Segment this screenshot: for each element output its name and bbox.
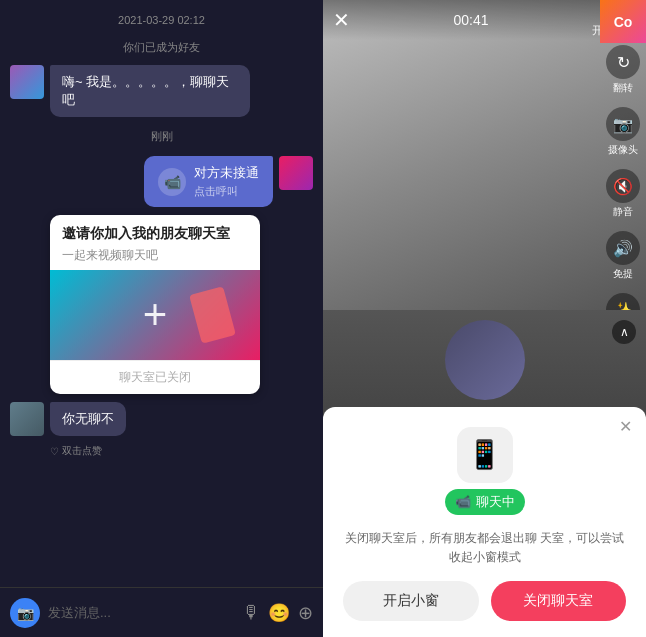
missed-call-icon: 📹 — [158, 168, 186, 196]
ctrl-rotate[interactable]: ↻ 翻转 — [606, 45, 640, 95]
modal-icon-area: 📱 📹 聊天中 — [445, 427, 525, 515]
ctrl-camera[interactable]: 📷 摄像头 — [606, 107, 640, 157]
modal-close-button[interactable]: ✕ — [619, 417, 632, 436]
missed-call-sub: 点击呼叫 — [194, 184, 259, 199]
plus-sign: + — [143, 291, 168, 339]
expand-arrow-button[interactable]: ∧ — [612, 320, 636, 344]
remote-video: ✕ 00:41 ⬡ 开起小窗 ↻ 翻转 📷 摄像头 🔇 静音 🔊 — [323, 0, 646, 310]
plus-icon[interactable]: ⊕ — [298, 602, 313, 624]
message-input-placeholder[interactable]: 发送消息... — [48, 604, 234, 622]
timer-label: 00:41 — [453, 12, 488, 28]
message-row-incoming-1: 嗨~ 我是。。。。。，聊聊天吧 — [10, 65, 313, 117]
avatar-missed — [279, 156, 313, 190]
avatar-1 — [10, 65, 44, 99]
like-hint: ♡ 双击点赞 — [50, 444, 313, 458]
beauty-icon: ✨ — [606, 293, 640, 310]
voice-icon[interactable]: 🎙 — [242, 602, 260, 623]
message-row-you: 你无聊不 — [10, 402, 313, 436]
you-bubble: 你无聊不 — [50, 402, 126, 436]
invite-card-footer: 聊天室已关闭 — [50, 360, 260, 394]
chat-input-bar: 📷 发送消息... 🎙 😊 ⊕ — [0, 587, 323, 637]
emoji-icon[interactable]: 😊 — [268, 602, 290, 624]
card-decor — [189, 287, 236, 344]
modal-description: 关闭聊天室后，所有朋友都会退出聊 天室，可以尝试收起小窗模式 — [343, 529, 626, 567]
message-row-missed-call: 📹 对方未接通 点击呼叫 — [10, 156, 313, 207]
co-badge: Co — [600, 0, 646, 43]
modal-video-badge: 📹 聊天中 — [445, 489, 525, 515]
local-video: ∧ ✕ 📱 📹 聊天中 关闭聊天室后，所有朋友都会退出聊 天室，可以尝试收起小窗… — [323, 310, 646, 637]
bubble-incoming-1: 嗨~ 我是。。。。。，聊聊天吧 — [50, 65, 250, 117]
ctrl-beauty[interactable]: ✨ 美化 — [606, 293, 640, 310]
missed-call-title: 对方未接通 — [194, 164, 259, 182]
heart-icon: ♡ — [50, 446, 59, 457]
video-background — [323, 0, 646, 310]
timestamp-2: 刚刚 — [10, 129, 313, 144]
mute-icon: 🔇 — [606, 169, 640, 203]
modal-buttons: 开启小窗 关闭聊天室 — [343, 581, 626, 621]
invite-card-title: 邀请你加入我的朋友聊天室 — [62, 225, 248, 243]
camera-button[interactable]: 📷 — [10, 598, 40, 628]
close-chatroom-button[interactable]: 关闭聊天室 — [491, 581, 627, 621]
modal-phone-icon: 📱 — [457, 427, 513, 483]
speaker-icon: 🔊 — [606, 231, 640, 265]
video-badge-icon: 📹 — [455, 494, 471, 509]
video-controls: ↻ 翻转 📷 摄像头 🔇 静音 🔊 免提 ✨ 美化 — [606, 45, 640, 310]
friend-notice: 你们已成为好友 — [10, 40, 313, 55]
modal-badge-label: 聊天中 — [476, 493, 515, 511]
chat-messages: 2021-03-29 02:12 你们已成为好友 嗨~ 我是。。。。。，聊聊天吧… — [0, 0, 323, 587]
close-room-modal: ✕ 📱 📹 聊天中 关闭聊天室后，所有朋友都会退出聊 天室，可以尝试收起小窗模式… — [323, 407, 646, 637]
invite-card[interactable]: 邀请你加入我的朋友聊天室 一起来视频聊天吧 + 聊天室已关闭 — [50, 215, 260, 394]
face-silhouette — [445, 320, 525, 400]
invite-card-image: + — [50, 270, 260, 360]
camera-icon: 📷 — [606, 107, 640, 141]
chat-panel: 2021-03-29 02:12 你们已成为好友 嗨~ 我是。。。。。，聊聊天吧… — [0, 0, 323, 637]
video-panel: ✕ 00:41 ⬡ 开起小窗 ↻ 翻转 📷 摄像头 🔇 静音 🔊 — [323, 0, 646, 637]
invite-card-subtitle: 一起来视频聊天吧 — [62, 247, 248, 264]
missed-call-bubble[interactable]: 📹 对方未接通 点击呼叫 — [144, 156, 273, 207]
open-mini-window-button[interactable]: 开启小窗 — [343, 581, 479, 621]
ctrl-mute[interactable]: 🔇 静音 — [606, 169, 640, 219]
input-icons: 🎙 😊 ⊕ — [242, 602, 313, 624]
video-header: ✕ 00:41 ⬡ 开起小窗 — [323, 0, 646, 40]
rotate-icon: ↻ — [606, 45, 640, 79]
ctrl-speaker[interactable]: 🔊 免提 — [606, 231, 640, 281]
timestamp-1: 2021-03-29 02:12 — [10, 14, 313, 26]
avatar-2 — [10, 402, 44, 436]
close-video-button[interactable]: ✕ — [333, 8, 350, 32]
